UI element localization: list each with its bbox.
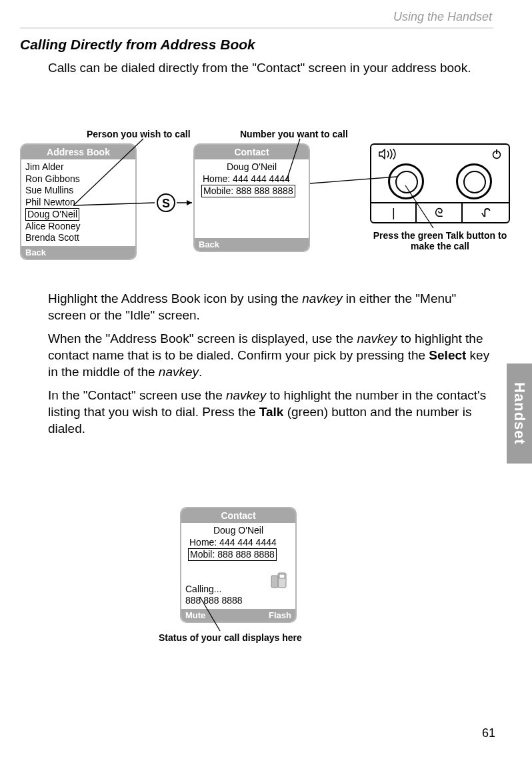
phone-icon xyxy=(270,572,290,590)
caption-status: Status of your call displays here xyxy=(159,632,302,643)
keypad-3[interactable]: ᖋ xyxy=(463,203,509,222)
list-item[interactable]: Brenda Scott xyxy=(25,232,131,244)
contact-home: Home: 444 444 4444 xyxy=(189,537,291,549)
list-item-selected[interactable]: Doug O'Neil xyxy=(25,208,131,221)
screen-contact: Contact Doug O'Neil Home: 444 444 4444 M… xyxy=(193,143,310,252)
paragraph-3: In the "Contact" screen use the navkey t… xyxy=(48,387,492,437)
contact-mobile-selected[interactable]: Mobile: 888 888 8888 xyxy=(201,185,305,197)
svg-rect-4 xyxy=(271,576,278,588)
paragraph-1: Highlight the Address Book icon by using… xyxy=(48,290,492,323)
softkey-mute[interactable]: Mute xyxy=(185,610,205,620)
softkey-flash[interactable]: Flash xyxy=(269,610,291,620)
section-title: Calling Directly from Address Book xyxy=(20,37,255,53)
screen-address-book: Address Book Jim Alder Ron Gibbons Sue M… xyxy=(20,143,137,260)
softkey-row: Back xyxy=(21,246,135,259)
volume-icon xyxy=(378,149,401,159)
header-section-label: Using the Handset xyxy=(393,10,492,24)
softkey-row: Back xyxy=(195,238,309,251)
page-number: 61 xyxy=(482,726,495,740)
keypad-2[interactable]: ᘓ xyxy=(417,203,463,222)
list-item[interactable]: Alice Rooney xyxy=(25,221,131,233)
list-item[interactable]: Phil Newton xyxy=(25,197,131,209)
side-tab: Handset xyxy=(507,363,532,464)
paragraph-2: When the "Address Book" screen is displa… xyxy=(48,330,492,380)
caption-number: Number you want to call xyxy=(240,129,348,139)
contact-body: Doug O'Neil Home: 444 444 4444 Mobil: 88… xyxy=(181,523,295,609)
intro-paragraph: Calls can be dialed directly from the "C… xyxy=(48,60,492,77)
screen-title: Contact xyxy=(181,508,295,523)
contact-name: Doug O'Neil xyxy=(185,525,291,537)
svg-marker-8 xyxy=(187,200,192,205)
select-key-icon: S xyxy=(157,193,175,212)
softkey-row: Mute Flash xyxy=(181,609,295,622)
svg-rect-3 xyxy=(279,574,285,578)
list-item[interactable]: Ron Gibbons xyxy=(25,173,131,185)
contact-mobile-selected: Mobil: 888 888 8888 xyxy=(188,548,291,561)
power-icon xyxy=(491,149,502,159)
address-list: Jim Alder Ron Gibbons Sue Mullins Phil N… xyxy=(21,159,135,246)
status-number: 888 888 8888 xyxy=(185,595,291,607)
list-item[interactable]: Jim Alder xyxy=(25,161,131,173)
talk-button[interactable] xyxy=(388,163,424,199)
screen-title: Address Book xyxy=(21,145,135,159)
keypad-1[interactable]: | xyxy=(371,203,417,222)
contact-body: Doug O'Neil Home: 444 444 4444 Mobile: 8… xyxy=(195,159,309,238)
contact-home[interactable]: Home: 444 444 4444 xyxy=(203,173,305,185)
caption-person: Person you wish to call xyxy=(87,129,191,139)
screen-contact-calling: Contact Doug O'Neil Home: 444 444 4444 M… xyxy=(180,507,297,623)
caption-press: Press the green Talk button to make the … xyxy=(370,230,510,251)
end-button[interactable] xyxy=(456,163,492,199)
contact-name: Doug O'Neil xyxy=(199,161,305,173)
screen-title: Contact xyxy=(195,145,309,159)
handset-illustration: | ᘓ ᖋ xyxy=(370,143,510,223)
softkey-back[interactable]: Back xyxy=(199,239,219,249)
list-item[interactable]: Sue Mullins xyxy=(25,185,131,197)
softkey-back[interactable]: Back xyxy=(25,247,46,257)
